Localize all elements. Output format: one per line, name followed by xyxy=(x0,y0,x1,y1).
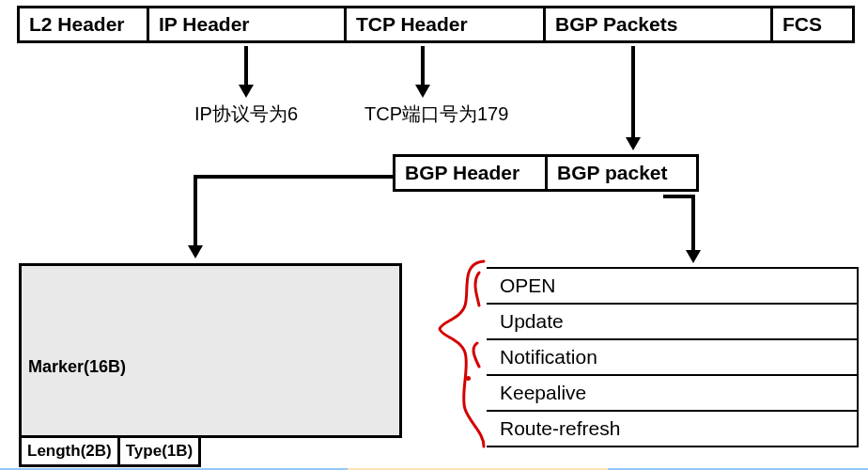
cell-bgp-packets: BGP Packets xyxy=(546,8,773,40)
arrow-bgphdr-h xyxy=(194,175,393,179)
packet-type-list: OPEN Update Notification Keepalive Route… xyxy=(487,267,859,447)
packet-item-notification: Notification xyxy=(487,340,857,376)
arrow-bgp-head xyxy=(626,137,641,150)
red-dot xyxy=(466,376,471,381)
annotation-ip-proto: IP协议号为6 xyxy=(194,102,298,127)
red-brace-annotation xyxy=(432,254,498,470)
arrow-tcp-line xyxy=(421,46,425,87)
packet-item-open: OPEN xyxy=(487,269,857,305)
arrow-bgp-line xyxy=(631,46,635,140)
arrow-bgphdr-v xyxy=(194,175,197,248)
cell-bgp-header: BGP Header xyxy=(395,157,548,189)
cell-l2-header: L2 Header xyxy=(20,8,149,40)
arrow-bgppkt-v xyxy=(691,195,695,253)
arrow-ip-line xyxy=(244,46,248,87)
label-marker: Marker(16B) xyxy=(28,357,126,377)
arrow-tcp-head xyxy=(415,85,430,98)
arrow-ip-head xyxy=(239,85,254,98)
cell-type: Type(1B) xyxy=(117,438,201,467)
packet-item-route-refresh: Route-refresh xyxy=(487,412,857,447)
cell-length: Length(2B) xyxy=(19,438,117,467)
cell-ip-header: IP Header xyxy=(149,8,347,40)
annotation-tcp-port: TCP端口号为179 xyxy=(364,102,508,127)
packet-item-keepalive: Keepalive xyxy=(487,376,857,412)
encapsulation-row: L2 Header IP Header TCP Header BGP Packe… xyxy=(17,6,855,43)
arrow-bgppkt-h xyxy=(663,195,695,198)
arrow-bgphdr-head xyxy=(188,245,203,258)
cell-tcp-header: TCP Header xyxy=(347,8,546,40)
bgp-header-marker-box xyxy=(19,263,402,438)
arrow-bgppkt-head xyxy=(686,250,701,263)
packet-item-update: Update xyxy=(487,305,857,340)
length-type-row: Length(2B) Type(1B) xyxy=(19,438,201,467)
cell-bgp-packet: BGP packet xyxy=(548,157,696,189)
cell-fcs: FCS xyxy=(773,8,852,40)
bgp-row: BGP Header BGP packet xyxy=(393,154,699,192)
